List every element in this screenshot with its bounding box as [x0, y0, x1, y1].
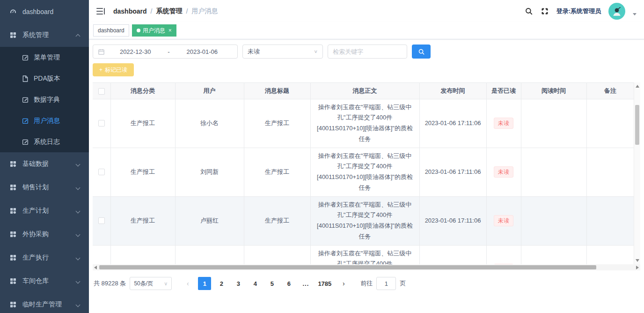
row-select-cell [93, 196, 110, 245]
cell-publish-time: 2023-01-06 17:11:06 [419, 245, 486, 264]
dashboard-gauge-icon [9, 8, 17, 15]
page-button-3[interactable]: 3 [232, 277, 245, 290]
fullscreen-icon[interactable] [541, 7, 549, 15]
goto-page-input[interactable] [376, 277, 396, 290]
page-unit-label: 页 [400, 279, 406, 288]
edit-icon [22, 117, 29, 125]
sidebar-item-label: 生产计划 [22, 207, 49, 215]
sidebar-item-menu-mgmt[interactable]: 菜单管理 [0, 47, 89, 68]
chevron-down-icon: ∨ [314, 49, 318, 54]
cell-user: 刘培省 [175, 245, 244, 264]
keyword-input[interactable] [328, 45, 407, 59]
breadcrumb-separator: / [151, 7, 153, 15]
sidebar-item-dashboard[interactable]: dashboard [0, 0, 89, 23]
top-header: dashboard / 系统管理 / 用户消息 登录:系统管理员 [89, 0, 644, 22]
date-range-picker[interactable]: 2022-12-30 - 2023-01-06 [93, 45, 238, 59]
date-end-input[interactable]: 2023-01-06 [172, 48, 233, 55]
cell-title: 生产报工 [244, 148, 310, 196]
sidebar-item-base-data[interactable]: 基础数据 [0, 152, 89, 176]
cell-read-time [521, 148, 586, 196]
col-content: 消息正文 [310, 83, 419, 99]
tab-user-messages[interactable]: 用户消息 × [132, 24, 176, 37]
select-all-checkbox[interactable] [98, 88, 105, 95]
goto-page: 前往 页 [360, 277, 406, 290]
scroll-down-icon[interactable] [636, 259, 639, 262]
sidebar-item-sales-plan[interactable]: 销售计划 [0, 176, 89, 199]
scroll-left-icon[interactable] [94, 266, 97, 269]
page-button-4[interactable]: 4 [249, 277, 262, 290]
sidebar-item-workshop-warehouse[interactable]: 车间仓库 [0, 269, 89, 293]
sidebar-item-pda-version[interactable]: PDA版本 [0, 68, 89, 89]
cell-content: 操作者刘玉霞在"平端面、钻三级中孔"工序提交了400件[40011S0170+1… [310, 99, 419, 148]
grid-icon [9, 184, 17, 191]
sidebar-item-system-log[interactable]: 系统日志 [0, 131, 89, 152]
cell-read-status: 未读 [486, 245, 521, 264]
cell-user: 徐小名 [175, 99, 244, 148]
scroll-up-icon[interactable] [636, 85, 639, 88]
cell-remark [586, 245, 634, 264]
page-button-5[interactable]: 5 [265, 277, 278, 290]
table-row[interactable]: 生产报工 刘同新 生产报工 操作者刘玉霞在"平端面、钻三级中孔"工序提交了400… [93, 148, 634, 196]
col-title: 消息标题 [244, 83, 310, 99]
sidebar-collapse-icon[interactable] [96, 7, 105, 15]
prev-page-button[interactable]: ‹ [181, 277, 194, 290]
page-button-2[interactable]: 2 [215, 277, 228, 290]
search-icon[interactable] [525, 7, 533, 15]
vertical-scroll-thumb[interactable] [635, 105, 639, 145]
page-size-value: 50条/页 [134, 280, 153, 288]
close-icon[interactable]: × [168, 28, 172, 33]
breadcrumb-section[interactable]: 系统管理 [156, 7, 182, 15]
mark-read-button[interactable]: + 标记已读 [93, 63, 134, 76]
sidebar: dashboard 系统管理 菜单管理 PDA版本 [0, 0, 89, 313]
row-checkbox[interactable] [98, 120, 105, 127]
edit-icon [22, 96, 29, 104]
row-checkbox[interactable] [98, 217, 105, 224]
avatar[interactable] [608, 3, 625, 20]
sidebar-item-system[interactable]: 系统管理 [0, 23, 89, 47]
chevron-down-icon [76, 302, 80, 307]
grid-icon [9, 160, 17, 168]
table-row[interactable]: 生产报工 徐小名 生产报工 操作者刘玉霞在"平端面、钻三级中孔"工序提交了400… [93, 99, 634, 148]
sidebar-item-production-exec[interactable]: 生产执行 [0, 246, 89, 269]
sidebar-item-temp-production[interactable]: 临时生产管理 [0, 293, 89, 313]
date-start-input[interactable]: 2022-12-30 [105, 48, 166, 55]
next-page-button[interactable]: › [337, 277, 350, 290]
search-icon [418, 48, 425, 55]
horizontal-scroll-thumb[interactable] [99, 265, 596, 269]
cell-remark [586, 196, 634, 245]
page-button-last[interactable]: 1785 [316, 277, 333, 290]
vertical-scrollbar[interactable] [634, 82, 640, 264]
cell-publish-time: 2023-01-06 17:11:06 [419, 196, 486, 245]
table-row[interactable]: 生产报工 刘培省 生产报工 操作者刘玉霞在"平端面、钻三级中孔"工序提交了400… [93, 245, 634, 264]
page-button-6[interactable]: 6 [282, 277, 295, 290]
horizontal-scrollbar[interactable] [93, 264, 640, 270]
scroll-right-icon[interactable] [636, 266, 639, 269]
cell-publish-time: 2023-01-06 17:11:06 [419, 99, 486, 148]
select-value: 未读 [248, 47, 260, 56]
search-button[interactable] [412, 45, 431, 59]
page-size-select[interactable]: 50条/页 ∨ [130, 277, 172, 290]
sidebar-item-production-plan[interactable]: 生产计划 [0, 199, 89, 223]
sidebar-item-label: 外协采购 [22, 230, 49, 238]
more-pages-icon[interactable]: ... [299, 277, 312, 290]
sidebar-item-data-dict[interactable]: 数据字典 [0, 89, 89, 110]
col-category: 消息分类 [110, 83, 175, 99]
select-all-cell [93, 83, 110, 99]
tab-dashboard[interactable]: dashboard [93, 24, 129, 37]
cell-title: 生产报工 [244, 245, 310, 264]
sidebar-item-outsourcing[interactable]: 外协采购 [0, 223, 89, 246]
col-read-status: 是否已读 [486, 83, 521, 99]
calendar-icon [98, 48, 105, 55]
caret-down-icon[interactable] [633, 13, 637, 15]
chevron-down-icon: ∨ [164, 281, 168, 287]
sidebar-item-user-messages[interactable]: 用户消息 [0, 110, 89, 131]
breadcrumb-home[interactable]: dashboard [113, 7, 147, 15]
row-checkbox[interactable] [98, 169, 105, 175]
grid-icon [9, 277, 17, 285]
page-button-1[interactable]: 1 [198, 277, 211, 290]
chevron-down-icon [76, 209, 80, 213]
table-row[interactable]: 生产报工 卢丽红 生产报工 操作者刘玉霞在"平端面、钻三级中孔"工序提交了400… [93, 196, 634, 245]
read-status-select[interactable]: 未读 ∨ [242, 45, 323, 59]
sidebar-item-label: 菜单管理 [34, 53, 60, 62]
sidebar-item-label: 基础数据 [22, 160, 49, 168]
